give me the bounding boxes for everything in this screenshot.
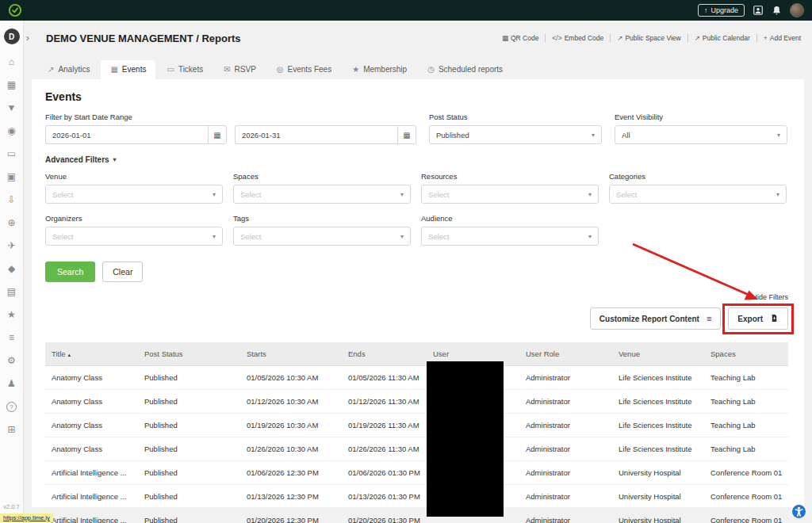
import-download-icon[interactable]: ⇩: [7, 195, 15, 205]
app-version: v2.0.7: [3, 503, 19, 510]
post-status-select[interactable]: Published ▾: [429, 125, 602, 144]
tags-select[interactable]: Select ▾: [233, 227, 411, 246]
column-header-ends[interactable]: Ends: [342, 342, 427, 366]
column-header-user-role[interactable]: User Role: [519, 342, 612, 366]
audience-select[interactable]: Select ▾: [421, 227, 599, 246]
cell-ends: 01/06/2026 01:30 PM: [342, 461, 427, 485]
workspace-avatar[interactable]: D: [4, 29, 20, 44]
user-avatar[interactable]: [790, 3, 804, 17]
spaces-select[interactable]: Select ▾: [233, 185, 411, 204]
categories-select[interactable]: Select ▾: [609, 185, 787, 204]
export-label: Export: [737, 315, 763, 323]
chevron-up-icon: ▴: [746, 294, 749, 300]
date-to-input[interactable]: [235, 125, 397, 144]
tab-membership[interactable]: ★ Membership: [343, 60, 416, 79]
chevron-down-icon: ▾: [400, 233, 404, 240]
upgrade-button[interactable]: ↑ Upgrade: [698, 4, 745, 17]
clock-icon: ◷: [427, 65, 435, 74]
venue-select[interactable]: Select ▾: [45, 185, 223, 204]
cell-post-status: Published: [138, 509, 240, 523]
tab-events-fees[interactable]: ◎ Events Fees: [267, 60, 341, 79]
header-actions: ▦ QR Code </> Embed Code ↗ Public Space …: [502, 34, 801, 42]
tab-scheduled-reports-label: Scheduled reports: [439, 65, 503, 74]
upgrade-arrow-icon: ↑: [704, 6, 708, 14]
tab-rsvp[interactable]: ✉ RSVP: [214, 60, 266, 79]
settings-gear-icon[interactable]: ⚙: [7, 356, 16, 366]
clear-button[interactable]: Clear: [102, 262, 143, 282]
column-header-starts[interactable]: Starts: [240, 342, 342, 366]
public-space-view-link[interactable]: ↗ Public Space View: [610, 34, 680, 42]
account-person-icon[interactable]: ♟: [7, 379, 16, 389]
cell-title: Anatomy Class: [45, 437, 138, 461]
filter-row-dates: Filter by Start Date Range ▦ ▦ Post Stat…: [45, 113, 788, 144]
cell-user-role: Administrator: [519, 390, 612, 414]
filter-icon[interactable]: ▼: [7, 103, 17, 113]
events-report-card: Events Filter by Start Date Range ▦ ▦ Po: [32, 79, 804, 507]
support-agent-icon[interactable]: [753, 5, 764, 16]
globe-icon[interactable]: ⊕: [7, 218, 15, 228]
advanced-filters-grid: Venue Select ▾ Spaces Select ▾ Resources…: [45, 172, 788, 246]
list-settings-icon: ≡: [707, 315, 711, 323]
featured-star-icon[interactable]: ★: [7, 310, 16, 320]
embed-widget-icon[interactable]: ⊞: [7, 425, 15, 435]
share-plane-icon[interactable]: ✈: [7, 241, 15, 251]
column-header-venue[interactable]: Venue: [612, 342, 704, 366]
hide-filters-toggle[interactable]: ▴ Hide Filters: [45, 293, 788, 301]
advanced-filters-toggle[interactable]: Advanced Filters ▾: [45, 155, 117, 164]
venue-placeholder: Select: [52, 190, 73, 199]
list-reports-icon[interactable]: ≡: [9, 333, 14, 343]
resources-select[interactable]: Select ▾: [421, 185, 599, 204]
contacts-book-icon[interactable]: ▤: [7, 287, 16, 297]
cell-title: Artificial Intelligence ...: [45, 461, 138, 485]
help-icon[interactable]: ?: [6, 402, 17, 412]
event-visibility-select[interactable]: All ▾: [615, 125, 787, 144]
accessibility-button[interactable]: [792, 505, 806, 518]
tab-analytics[interactable]: ↗ Analytics: [38, 60, 99, 79]
spaces-label: Spaces: [233, 172, 411, 181]
monitor-icon[interactable]: ▭: [7, 149, 16, 159]
cell-ends: 01/13/2026 01:30 PM: [342, 485, 427, 509]
chevron-down-icon: ▾: [592, 132, 595, 139]
public-calendar-link[interactable]: ↗ Public Calendar: [688, 34, 750, 42]
tab-tickets[interactable]: ▭ Tickets: [157, 60, 213, 79]
sidebar-expand-icon[interactable]: ›: [26, 32, 29, 44]
add-event-link[interactable]: + Add Event: [756, 34, 801, 42]
organizers-label: Organizers: [45, 214, 223, 223]
notifications-bell-icon[interactable]: [772, 6, 782, 16]
tag-icon[interactable]: ◆: [8, 264, 15, 274]
calendar-picker-icon[interactable]: ▦: [397, 125, 416, 144]
tags-placeholder: Select: [240, 232, 261, 241]
cell-starts: 01/26/2026 10:30 AM: [240, 437, 342, 461]
cell-user-role: Administrator: [519, 509, 612, 523]
tab-events[interactable]: ▦ Events: [101, 60, 155, 79]
status-bar-link[interactable]: https://app.time.ly: [0, 513, 53, 522]
embed-code-icon: </>: [552, 34, 561, 42]
topbar: ↑ Upgrade: [0, 0, 812, 21]
public-space-view-label: Public Space View: [625, 34, 680, 42]
cell-spaces: Teaching Lab: [704, 390, 788, 414]
location-pin-icon[interactable]: ◉: [7, 126, 15, 136]
search-button[interactable]: Search: [45, 262, 95, 282]
column-header-spaces[interactable]: Spaces: [704, 342, 788, 366]
column-header-post-status[interactable]: Post Status: [138, 342, 240, 366]
cell-post-status: Published: [138, 414, 240, 437]
ticket-icon: ▭: [167, 65, 174, 74]
filter-buttons: Search Clear: [45, 262, 788, 282]
customize-report-button[interactable]: Customize Report Content ≡: [590, 307, 722, 330]
date-from-input[interactable]: [45, 125, 208, 144]
tab-scheduled-reports[interactable]: ◷ Scheduled reports: [418, 60, 512, 79]
qr-code-link[interactable]: ▦ QR Code: [502, 34, 538, 42]
calendar-icon[interactable]: ▦: [7, 80, 16, 90]
calendar-picker-icon[interactable]: ▦: [208, 125, 227, 144]
embed-code-link[interactable]: </> Embed Code: [545, 34, 603, 42]
cell-venue: Life Sciences Institute: [612, 414, 704, 437]
media-icon[interactable]: ▣: [7, 172, 16, 182]
timely-logo-icon[interactable]: [8, 3, 22, 17]
cell-user-role: Administrator: [519, 414, 612, 437]
chevron-down-icon: ▾: [213, 233, 216, 240]
export-button[interactable]: Export: [728, 307, 788, 330]
column-header-title[interactable]: Title▴: [45, 342, 138, 366]
export-file-icon: [770, 314, 779, 323]
home-icon[interactable]: ⌂: [9, 57, 14, 67]
organizers-select[interactable]: Select ▾: [45, 227, 223, 246]
